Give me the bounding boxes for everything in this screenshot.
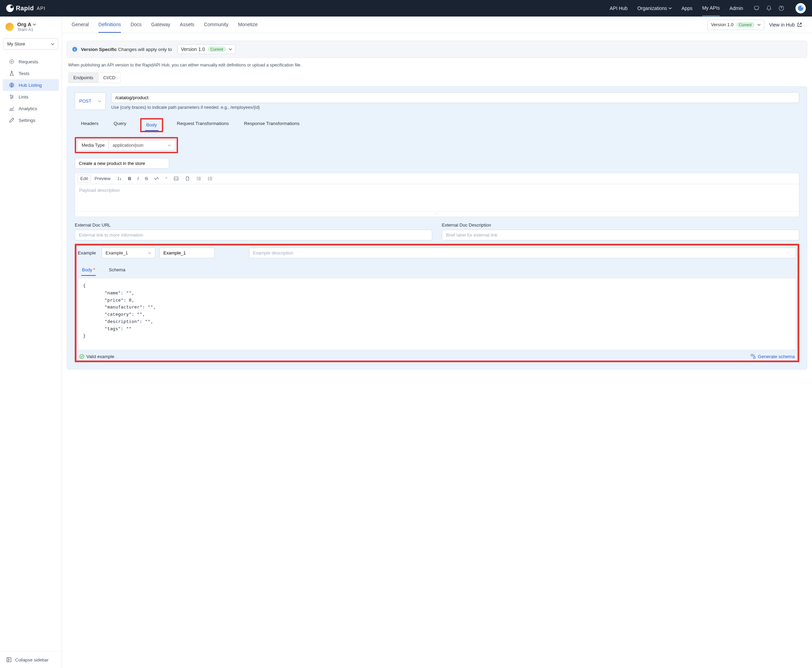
side-nav: Requests Tests Hub Listing Lints Analyti… — [0, 54, 62, 127]
example-description-input[interactable] — [249, 247, 796, 258]
globe-icon — [9, 82, 15, 88]
sidebar-item-label: Analytics — [18, 106, 37, 111]
subtab-response-transformations[interactable]: Response Transformations — [242, 118, 301, 132]
bell-icon[interactable] — [766, 5, 772, 12]
chevron-down-icon — [668, 7, 672, 10]
sidebar-item-hub-listing[interactable]: Hub Listing — [3, 79, 59, 91]
current-badge: Current — [208, 47, 226, 52]
sidebar: Org A Team A1 My Store Requests Tests Hu… — [0, 17, 62, 668]
sidebar-item-tests[interactable]: Tests — [3, 67, 59, 79]
chevron-down-icon — [168, 144, 171, 147]
top-nav: API Hub Organizations Apps My APIs Admin — [610, 0, 743, 16]
org-name-label: Org A — [17, 21, 31, 27]
nav-organizations[interactable]: Organizations — [637, 1, 672, 16]
tab-gateway[interactable]: Gateway — [151, 17, 170, 33]
ol-icon[interactable]: 123 — [205, 175, 216, 182]
path-input[interactable] — [111, 92, 799, 103]
tab-community[interactable]: Community — [204, 17, 228, 33]
pill-endpoints[interactable]: Endpoints — [69, 73, 99, 83]
top-header: Rapid API API Hub Organizations Apps My … — [0, 0, 812, 17]
ext-url-input[interactable] — [75, 230, 432, 240]
org-selector[interactable]: Org A Team A1 — [0, 17, 62, 35]
svg-point-11 — [197, 179, 198, 179]
editor-edit-button[interactable]: Edit — [77, 175, 91, 182]
store-select[interactable]: My Store — [3, 38, 58, 50]
editor-body[interactable]: Payload description — [75, 184, 799, 211]
tab-monetize[interactable]: Monetize — [238, 17, 257, 33]
file-icon[interactable] — [182, 175, 193, 182]
subtab-request-transformations[interactable]: Request Transformations — [175, 118, 231, 132]
endpoint-row: POST Use {curly braces} to indicate path… — [75, 92, 799, 110]
svg-rect-9 — [174, 177, 178, 180]
bs-tab-body[interactable]: Body * — [81, 264, 96, 276]
nav-admin[interactable]: Admin — [729, 1, 743, 16]
svg-rect-18 — [754, 357, 755, 359]
nav-my-apis[interactable]: My APIs — [702, 0, 720, 16]
bs-tab-schema[interactable]: Schema — [108, 264, 126, 276]
pill-cicd[interactable]: CI/CD — [99, 73, 120, 83]
generate-schema-button[interactable]: Generate schema — [750, 354, 795, 359]
main: General Definitions Docs Gateway Assets … — [62, 17, 812, 668]
subtab-body[interactable]: Body — [145, 120, 159, 131]
editor-resize-handle[interactable]: ⋯ — [75, 211, 799, 217]
svg-rect-17 — [751, 354, 753, 356]
text-size-icon[interactable] — [114, 175, 125, 182]
inbox-icon[interactable] — [754, 5, 760, 12]
sidebar-item-requests[interactable]: Requests — [3, 56, 59, 67]
example-select[interactable]: Example_1 — [102, 247, 155, 258]
external-doc-row: External Doc URL External Doc Descriptio… — [75, 222, 799, 240]
example-body-code[interactable]: { "name": "", "price": 0, "manufacturer"… — [78, 278, 796, 350]
external-doc-url-col: External Doc URL — [75, 222, 432, 240]
definition-tabs: Endpoints CI/CD — [68, 72, 120, 83]
subtab-headers[interactable]: Headers — [80, 118, 100, 132]
editor-preview-button[interactable]: Preview — [92, 175, 113, 182]
sidebar-item-analytics[interactable]: Analytics — [3, 103, 59, 114]
required-asterisk: * — [93, 267, 95, 272]
tab-general[interactable]: General — [72, 17, 89, 33]
collapse-icon — [6, 657, 12, 663]
tab-definitions[interactable]: Definitions — [99, 17, 121, 33]
gen-schema-label: Generate schema — [758, 354, 795, 359]
ext-desc-input[interactable] — [442, 230, 799, 240]
valid-status: Valid example — [79, 354, 114, 359]
strikethrough-icon[interactable]: S — [142, 175, 151, 182]
avatar[interactable] — [795, 3, 806, 13]
sidebar-item-lints[interactable]: Lints — [3, 91, 59, 103]
nav-api-hub[interactable]: API Hub — [610, 1, 628, 16]
italic-icon[interactable]: I — [135, 175, 142, 182]
collapse-sidebar[interactable]: Collapse sidebar — [0, 651, 62, 668]
tab-docs[interactable]: Docs — [130, 17, 142, 33]
sliders-icon — [9, 94, 15, 100]
subtab-query[interactable]: Query — [112, 118, 128, 132]
ext-url-label: External Doc URL — [75, 222, 432, 227]
svg-point-2 — [10, 60, 14, 64]
method-select[interactable]: POST — [75, 92, 106, 110]
collapse-label: Collapse sidebar — [15, 657, 48, 663]
quote-icon[interactable]: " — [162, 175, 170, 182]
link-icon[interactable] — [151, 175, 162, 182]
highlight-body-tab: Body — [140, 118, 163, 132]
ul-icon[interactable] — [194, 175, 204, 182]
bold-icon[interactable]: B — [125, 175, 134, 182]
flask-icon — [9, 70, 15, 76]
svg-point-5 — [12, 97, 13, 97]
main-tabs-row: General Definitions Docs Gateway Assets … — [62, 17, 812, 33]
brand-logo-icon — [6, 5, 14, 12]
example-name-input[interactable] — [159, 247, 214, 258]
sidebar-item-settings[interactable]: Settings — [3, 114, 59, 126]
nav-apps[interactable]: Apps — [682, 1, 692, 16]
endpoint-subtabs: Headers Query Body Request Transformatio… — [75, 118, 799, 132]
banner-plain: Changes will apply only to — [118, 47, 172, 52]
banner-text: Version Specific Changes will apply only… — [81, 47, 172, 52]
short-description-input[interactable] — [75, 158, 169, 169]
tab-assets[interactable]: Assets — [180, 17, 194, 33]
sidebar-item-label: Tests — [18, 71, 30, 76]
media-type-select[interactable]: application/json — [109, 140, 175, 150]
image-icon[interactable] — [171, 175, 182, 182]
view-in-hub[interactable]: View in Hub — [769, 22, 802, 28]
example-select-value: Example_1 — [106, 250, 128, 256]
banner-version-select[interactable]: Version 1.0 Current — [177, 44, 236, 54]
version-dropdown[interactable]: Version 1.0 Current — [707, 20, 765, 30]
external-doc-desc-col: External Doc Description — [442, 222, 799, 240]
help-icon[interactable] — [778, 5, 784, 12]
